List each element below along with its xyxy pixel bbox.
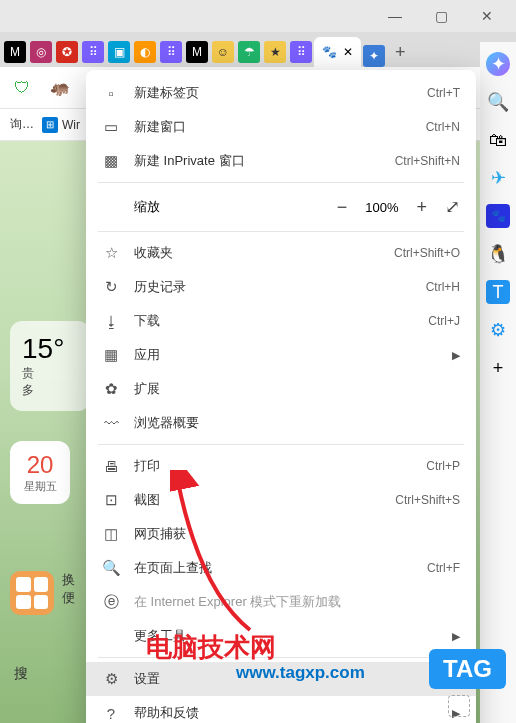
- chevron-right-icon: ▶: [452, 349, 460, 362]
- temperature: 15°: [22, 333, 78, 365]
- telegram-icon[interactable]: ✈: [486, 166, 510, 190]
- chevron-right-icon: ▶: [452, 630, 460, 643]
- apps-icon: ▦: [102, 346, 120, 364]
- pulse-icon: 〰: [102, 415, 120, 432]
- search-icon[interactable]: 🔍: [486, 90, 510, 114]
- menu-zoom: 缩放 − 100% + ⤢: [86, 187, 476, 227]
- bookmark-item[interactable]: ⊞ Wir: [42, 117, 80, 133]
- zoom-label: 缩放: [134, 198, 160, 216]
- window-close-button[interactable]: ✕: [466, 2, 508, 30]
- extension-icon: ✿: [102, 380, 120, 398]
- tab-icon[interactable]: ★: [264, 41, 286, 63]
- menu-screenshot[interactable]: ⊡ 截图 Ctrl+Shift+S: [86, 483, 476, 517]
- settings-and-more-menu: ▫ 新建标签页 Ctrl+T ▭ 新建窗口 Ctrl+N ▩ 新建 InPriv…: [86, 70, 476, 723]
- menu-new-window[interactable]: ▭ 新建窗口 Ctrl+N: [86, 110, 476, 144]
- tab-icons: M ◎ ✪ ⠿ ▣ ◐ ⠿ M ☺ ☂ ★ ⠿: [4, 41, 312, 67]
- weather-widget[interactable]: 15° 贵 多: [10, 321, 90, 411]
- tile-label: 便: [62, 589, 75, 607]
- paw-icon: 🐾: [322, 45, 337, 59]
- tab-icon[interactable]: ✦: [363, 45, 385, 67]
- tab-icon[interactable]: ☺: [212, 41, 234, 63]
- menu-web-capture[interactable]: ◫ 网页捕获: [86, 517, 476, 551]
- shield-icon[interactable]: 🛡: [8, 74, 36, 102]
- app-tiles: 换 便: [10, 571, 75, 615]
- shortcut: Ctrl+P: [426, 459, 460, 473]
- menu-apps[interactable]: ▦ 应用 ▶: [86, 338, 476, 372]
- edge-sidebar: ✦ 🔍 🛍 ✈ 🐾 🐧 T ⚙ +: [480, 42, 516, 723]
- screenshot-icon: ⊡: [102, 491, 120, 509]
- gear-icon: ⚙: [102, 670, 120, 688]
- menu-help[interactable]: ? 帮助和反馈 ▶: [86, 696, 476, 723]
- zoom-value: 100%: [365, 200, 398, 215]
- menu-browser-essentials[interactable]: 〰 浏览器概要: [86, 406, 476, 440]
- shortcut: Ctrl+H: [426, 280, 460, 294]
- baidu-icon[interactable]: 🐾: [486, 204, 510, 228]
- bookmark-item[interactable]: 询…: [10, 116, 34, 133]
- menu-print[interactable]: 🖶 打印 Ctrl+P: [86, 449, 476, 483]
- shopping-icon[interactable]: 🛍: [486, 128, 510, 152]
- menu-more-tools[interactable]: 更多工具 ▶: [86, 619, 476, 653]
- qq-icon[interactable]: 🐧: [486, 242, 510, 266]
- menu-downloads[interactable]: ⭳ 下载 Ctrl+J: [86, 304, 476, 338]
- tab-strip: M ◎ ✪ ⠿ ▣ ◐ ⠿ M ☺ ☂ ★ ⠿ 🐾 ✕ ✦ +: [0, 32, 516, 67]
- find-icon: 🔍: [102, 559, 120, 577]
- menu-extensions[interactable]: ✿ 扩展: [86, 372, 476, 406]
- zoom-in-button[interactable]: +: [416, 197, 427, 218]
- active-tab[interactable]: 🐾 ✕: [314, 37, 361, 67]
- menu-favorites[interactable]: ☆ 收藏夹 Ctrl+Shift+O: [86, 236, 476, 270]
- help-icon: ?: [102, 705, 120, 722]
- capture-icon: ◫: [102, 525, 120, 543]
- window-minimize-button[interactable]: —: [374, 2, 416, 30]
- hippo-icon[interactable]: 🦛: [46, 74, 74, 102]
- tab-icon[interactable]: ⠿: [290, 41, 312, 63]
- add-sidebar-icon[interactable]: +: [486, 356, 510, 380]
- tab-icon[interactable]: ◐: [134, 41, 156, 63]
- search-hint: 搜: [14, 665, 28, 683]
- tab-icon[interactable]: M: [4, 41, 26, 63]
- shortcut: Ctrl+F: [427, 561, 460, 575]
- fullscreen-icon[interactable]: ⤢: [445, 196, 460, 218]
- tab-icon[interactable]: ☂: [238, 41, 260, 63]
- menu-new-inprivate[interactable]: ▩ 新建 InPrivate 窗口 Ctrl+Shift+N: [86, 144, 476, 178]
- new-tab-button[interactable]: +: [387, 38, 414, 67]
- app-icon[interactable]: T: [486, 280, 510, 304]
- shortcut: Ctrl+T: [427, 86, 460, 100]
- menu-separator: [98, 182, 464, 183]
- windows-icon: ⊞: [42, 117, 58, 133]
- tile-label: 换: [62, 571, 75, 589]
- menu-find[interactable]: 🔍 在页面上查找 Ctrl+F: [86, 551, 476, 585]
- tab-icon[interactable]: ⠿: [160, 41, 182, 63]
- shortcut: Ctrl+J: [428, 314, 460, 328]
- tab-icon[interactable]: ◎: [30, 41, 52, 63]
- zoom-out-button[interactable]: −: [337, 197, 348, 218]
- date-widget[interactable]: 20 星期五: [10, 441, 70, 504]
- tile-apps-icon[interactable]: [10, 571, 54, 615]
- menu-settings[interactable]: ⚙ 设置: [86, 662, 476, 696]
- window-maximize-button[interactable]: ▢: [420, 2, 462, 30]
- date-weekday: 星期五: [20, 479, 60, 494]
- copilot-icon[interactable]: ✦: [486, 52, 510, 76]
- city-more: 多: [22, 382, 78, 399]
- tab-icon[interactable]: M: [186, 41, 208, 63]
- tab-icon[interactable]: ▣: [108, 41, 130, 63]
- date-number: 20: [20, 451, 60, 479]
- city-name: 贵: [22, 365, 78, 382]
- close-tab-icon[interactable]: ✕: [343, 45, 353, 59]
- history-icon: ↻: [102, 278, 120, 296]
- window-titlebar: — ▢ ✕: [0, 0, 516, 32]
- tab-icon[interactable]: ✪: [56, 41, 78, 63]
- menu-separator: [98, 657, 464, 658]
- inprivate-icon: ▩: [102, 152, 120, 170]
- shortcut: Ctrl+Shift+O: [394, 246, 460, 260]
- menu-separator: [98, 231, 464, 232]
- shortcut: Ctrl+N: [426, 120, 460, 134]
- shortcut: Ctrl+Shift+S: [395, 493, 460, 507]
- window-icon: ▭: [102, 118, 120, 136]
- shortcut: Ctrl+Shift+N: [395, 154, 460, 168]
- print-icon: 🖶: [102, 458, 120, 475]
- nodes-icon[interactable]: ⚙: [486, 318, 510, 342]
- tab-icon[interactable]: ⠿: [82, 41, 104, 63]
- ie-icon: ⓔ: [102, 593, 120, 612]
- menu-new-tab[interactable]: ▫ 新建标签页 Ctrl+T: [86, 76, 476, 110]
- menu-history[interactable]: ↻ 历史记录 Ctrl+H: [86, 270, 476, 304]
